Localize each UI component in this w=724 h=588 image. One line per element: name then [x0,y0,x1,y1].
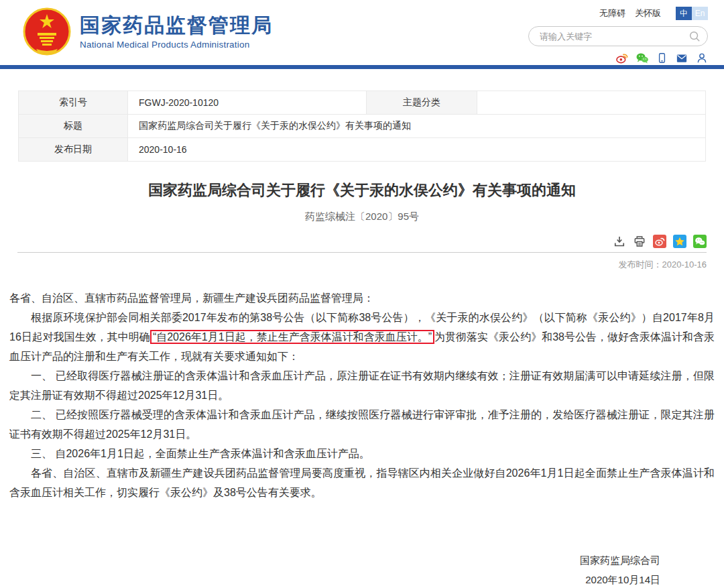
publish-time-value: 2020-10-16 [662,259,707,270]
signature-org: 国家药监局综合司 [0,550,660,570]
site-subtitle: National Medical Products Administration [80,40,273,50]
mobile-icon[interactable] [656,52,668,64]
publish-time-label: 发布时间： [619,259,662,270]
search-box [528,26,708,46]
page-title: 国家药监局综合司关于履行《关于汞的水俣公约》有关事项的通知 [0,180,724,200]
share-qzone-icon[interactable] [673,235,686,248]
print-icon[interactable] [633,235,646,248]
article-toolbar [17,235,707,248]
national-emblem-icon [23,7,71,56]
meta-category-label: 主题分类 [367,91,477,115]
search-icon[interactable] [688,30,701,42]
table-row: 标题 国家药监局综合司关于履行《关于汞的水俣公约》有关事项的通知 [19,115,706,138]
paragraph-salutation: 各省、自治区、直辖市药品监督管理局，新疆生产建设兵团药品监督管理局： [9,288,715,308]
article-body: 各省、自治区、直辖市药品监督管理局，新疆生产建设兵团药品监督管理局： 根据原环境… [9,288,715,502]
care-mode-link[interactable]: 关怀版 [635,7,661,19]
lang-zh-button[interactable]: 中 [676,7,692,20]
signature-date: 2020年10月14日 [0,570,660,588]
header-right: 无障碍 关怀版 中 En [528,7,708,64]
meta-title-label: 标题 [19,115,128,138]
top-links: 无障碍 关怀版 中 En [599,7,708,20]
weibo-icon[interactable] [615,52,628,64]
publish-time: 发布时间：2020-10-16 [17,259,707,271]
lang-en-button[interactable]: En [692,7,708,20]
meta-title-value: 国家药监局综合司关于履行《关于汞的水俣公约》有关事项的通知 [128,115,706,138]
share-wechat-icon[interactable] [693,235,707,248]
paragraph-item-3: 三、 自2026年1月1日起，全面禁止生产含汞体温计和含汞血压计产品。 [9,444,715,463]
document-meta-table: 索引号 FGWJ-2020-10120 主题分类 标题 国家药监局综合司关于履行… [18,91,706,162]
meta-date-label: 发布日期 [19,138,128,162]
mail-icon[interactable] [675,52,688,64]
site-header: 国家药品监督管理局 National Medical Products Admi… [0,0,724,65]
meta-category-value [477,91,706,115]
search-input[interactable] [538,31,688,42]
table-row: 索引号 FGWJ-2020-10120 主题分类 [19,91,706,115]
highlighted-text: “自2026年1月1日起，禁止生产含汞体温计和含汞血压计。” [150,330,434,344]
user-icon[interactable] [696,52,708,64]
download-icon[interactable] [613,235,626,248]
site-logo[interactable]: 国家药品监督管理局 National Medical Products Admi… [23,7,273,56]
meta-index-label: 索引号 [19,91,128,115]
header-divider-bar [0,65,724,69]
site-title: 国家药品监督管理局 [80,14,273,36]
wechat-icon[interactable] [636,52,649,64]
language-toggle: 中 En [676,7,708,20]
share-weibo-icon[interactable] [653,235,666,248]
document-number: 药监综械注〔2020〕95号 [0,211,724,223]
table-row: 发布日期 2020-10-16 [19,138,706,162]
toolbar-divider [17,252,707,253]
meta-date-value: 2020-10-16 [128,138,706,162]
paragraph-closing: 各省、自治区、直辖市及新疆生产建设兵团药品监督管理局要高度重视，指导辖区内相关企… [9,463,715,502]
paragraph-item-1: 一、 已经取得医疗器械注册证的含汞体温计和含汞血压计产品，原注册证在证书有效期内… [9,366,715,405]
accessibility-link[interactable]: 无障碍 [599,7,625,19]
paragraph: 根据原环境保护部会同相关部委2017年发布的第38号公告（以下简称38号公告），… [9,308,715,366]
paragraph-item-2: 二、 已经按照医疗器械受理的含汞体温计和含汞血压计产品，继续按照医疗器械进行审评… [9,405,715,444]
social-icons [615,52,708,64]
signature-block: 国家药监局综合司 2020年10月14日 [0,550,724,588]
meta-index-value: FGWJ-2020-10120 [128,91,367,115]
